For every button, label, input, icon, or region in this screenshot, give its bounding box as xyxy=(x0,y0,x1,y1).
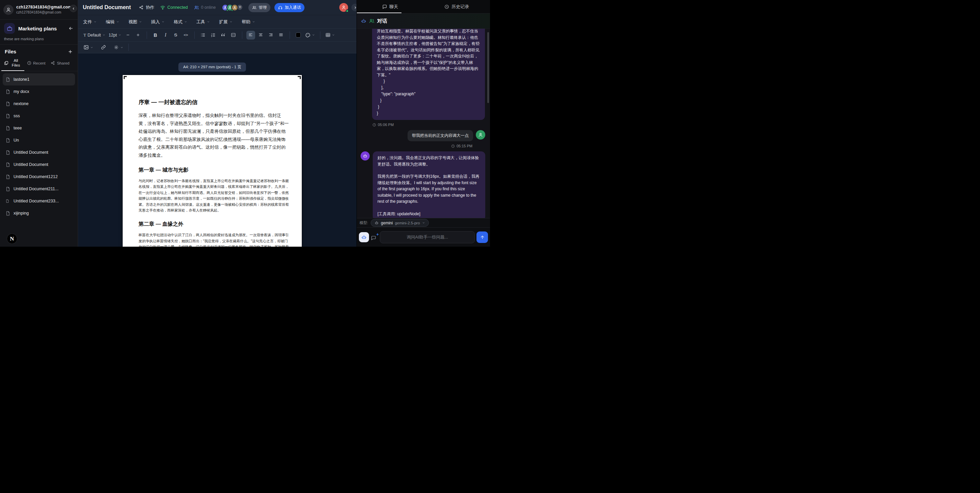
decrease-size-button[interactable] xyxy=(124,31,132,40)
new-message-button[interactable]: + xyxy=(371,233,378,241)
file-icon xyxy=(5,77,11,82)
font-size-select[interactable]: 12pt xyxy=(108,31,123,40)
file-item[interactable]: Untitled Document xyxy=(0,146,78,159)
file-item[interactable]: Untitled Document1212 xyxy=(0,171,78,183)
send-button[interactable] xyxy=(476,231,488,243)
chat-scrollbar[interactable] xyxy=(487,32,489,103)
inline-code-button[interactable]: <> xyxy=(181,31,190,40)
model-selector[interactable]: gemini gemini-2.5-pro xyxy=(371,219,429,227)
add-file-button[interactable] xyxy=(68,49,73,54)
file-name: my docx xyxy=(14,89,29,94)
file-item[interactable]: lastone1 xyxy=(3,73,75,86)
file-item[interactable]: sss xyxy=(0,110,78,122)
workspace-back-icon[interactable] xyxy=(68,26,74,31)
chevron-down-icon xyxy=(229,20,232,23)
chat-input[interactable] xyxy=(380,231,475,243)
increase-size-button[interactable] xyxy=(134,31,143,40)
page-size-indicator: A4: 210 × 297 mm (portrait) - 1 页 xyxy=(178,62,246,72)
menu-edit[interactable]: 编辑 xyxy=(106,19,119,25)
menu-label: 工具 xyxy=(196,19,205,25)
headphones-icon xyxy=(278,5,283,10)
share-icon xyxy=(51,61,55,65)
file-list: lastone1 my docx nextone sss teee Un Unt… xyxy=(0,71,78,221)
sidebar-collapse-button[interactable] xyxy=(70,5,77,12)
doc-paragraph: 林茵在大学社团活动中认识了江白，两人因相似的爱好迅速成为朋友。一次宿舍夜谈，因琐… xyxy=(138,232,289,247)
document-page[interactable]: 序章 — 一封被遗忘的信 深夜，林知行在整理父亲遗物时，指尖触到一封夹在旧书里的… xyxy=(123,75,302,247)
menu-extensions[interactable]: 扩展 xyxy=(219,19,232,25)
file-icon xyxy=(5,186,11,192)
tab-all-files[interactable]: All Files xyxy=(2,56,24,71)
code-block-button[interactable] xyxy=(229,31,238,40)
file-name: Untitled Document xyxy=(14,150,48,155)
chevron-down-icon xyxy=(139,20,142,23)
file-item[interactable]: Un xyxy=(0,134,78,146)
font-family-select[interactable]: T Default xyxy=(83,31,107,40)
file-item[interactable]: teee xyxy=(0,122,78,134)
bullet-list-button[interactable] xyxy=(199,31,207,40)
file-item[interactable]: Untitled Document233... xyxy=(0,195,78,207)
doc-paragraph: 深夜，林知行在整理父亲遗物时，指尖触到一封夹在旧书里的信。信封泛黄，没有署名，字… xyxy=(138,111,289,159)
numbered-list-button[interactable] xyxy=(209,31,218,40)
collab-button[interactable]: 协作 xyxy=(139,5,154,11)
font-size-value: 12pt xyxy=(109,33,117,38)
color-palette-button[interactable] xyxy=(304,31,316,40)
menu-view[interactable]: 视图 xyxy=(129,19,142,25)
file-icon xyxy=(5,150,11,155)
insert-link-button[interactable] xyxy=(99,43,108,52)
collaborator-avatar[interactable] xyxy=(231,4,238,11)
align-justify-button[interactable] xyxy=(277,31,286,40)
tab-shared[interactable]: Shared xyxy=(48,56,72,71)
document-title[interactable]: Untitled Document xyxy=(83,5,131,11)
menu-format[interactable]: 格式 xyxy=(174,19,187,25)
bold-button[interactable]: B xyxy=(151,31,160,40)
menu-insert[interactable]: 插入 xyxy=(151,19,165,25)
ai-message-text: 好的，没问题。我会将正文内容的字号调大，让阅读体验更舒适。我将逐段为您调整。 xyxy=(377,155,480,167)
toolbar-divider xyxy=(290,32,290,39)
message-list[interactable]: 开始互相指责。林茵在学校被问及父亲的事情，忍不住当众质问林知行为什么要对她隐瞒。… xyxy=(357,29,490,218)
format-toolbar: T Default 12pt B I S <> xyxy=(78,29,356,41)
text-color-swatch[interactable] xyxy=(294,31,303,40)
wifi-icon xyxy=(160,5,165,10)
italic-button[interactable]: I xyxy=(161,31,170,40)
file-item[interactable]: xijinping xyxy=(0,207,78,219)
chevron-down-icon xyxy=(102,33,105,37)
ai-avatar-robot-icon xyxy=(361,151,370,161)
current-user-avatar[interactable] xyxy=(339,3,348,12)
tab-history[interactable]: 历史记录 xyxy=(423,0,490,13)
workspace-briefcase-icon xyxy=(4,23,15,34)
blockquote-button[interactable] xyxy=(219,31,228,40)
ai-message-bubble: 开始互相指责。林茵在学校被问及父亲的事情，忍不住当众质问林知行为什么要对她隐瞒。… xyxy=(372,29,485,120)
tab-chat[interactable]: 聊天 xyxy=(357,0,423,13)
file-item[interactable]: nextone xyxy=(0,98,78,110)
insert-image-button[interactable] xyxy=(83,43,94,52)
align-center-button[interactable] xyxy=(256,31,265,40)
chevron-down-icon xyxy=(116,20,119,23)
files-header: Files xyxy=(0,45,78,56)
document-canvas[interactable]: A4: 210 × 297 mm (portrait) - 1 页 序章 — 一… xyxy=(78,53,356,247)
join-call-button[interactable]: 加入通话 xyxy=(274,3,304,12)
page-corner-mark xyxy=(124,76,127,79)
chat-bubble-icon xyxy=(382,5,387,9)
menu-file[interactable]: 文件 xyxy=(83,19,97,25)
account-header: czh1278341834@gmail.com czh1278341834@gm… xyxy=(0,0,78,20)
online-label: 0 online xyxy=(201,5,216,10)
editor-settings-button[interactable] xyxy=(113,43,124,52)
align-left-button[interactable] xyxy=(247,31,255,40)
model-selector-row: 模型: gemini gemini-2.5-pro xyxy=(357,218,490,227)
chat-tabs: 聊天 历史记录 xyxy=(357,0,490,14)
chat-input-row: + xyxy=(357,227,490,247)
file-item[interactable]: Untitled Document211... xyxy=(0,183,78,195)
menu-help[interactable]: 帮助 xyxy=(242,19,255,25)
manage-button[interactable]: 管理 xyxy=(248,3,270,12)
file-item[interactable]: Untitled Document xyxy=(0,159,78,171)
insert-table-button[interactable] xyxy=(325,31,336,40)
conversation-title: 对话 xyxy=(377,18,387,24)
file-icon xyxy=(5,113,11,119)
file-item[interactable]: my docx xyxy=(0,86,78,98)
strikethrough-button[interactable]: S xyxy=(171,31,180,40)
align-right-button[interactable] xyxy=(267,31,275,40)
ai-assistant-toggle-button[interactable] xyxy=(359,232,369,242)
menu-tools[interactable]: 工具 xyxy=(196,19,210,25)
files-tabs: All Files Recent Shared xyxy=(0,56,78,71)
tab-recent[interactable]: Recent xyxy=(24,56,48,71)
